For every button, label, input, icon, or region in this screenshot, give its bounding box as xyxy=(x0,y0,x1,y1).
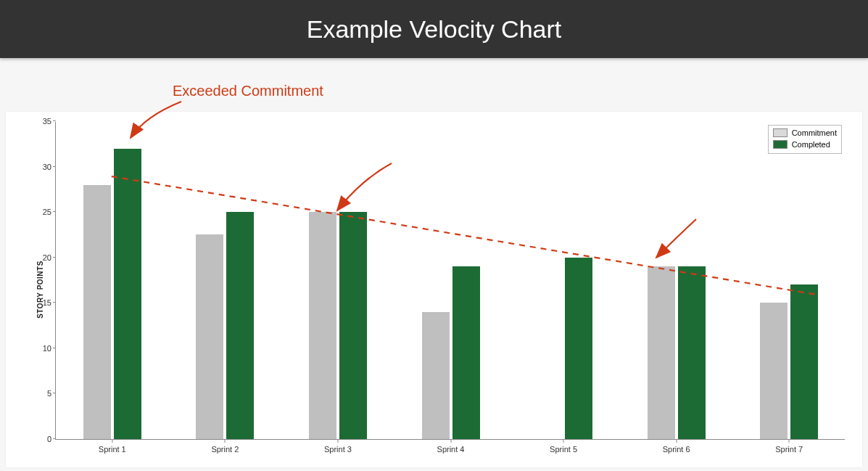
swatch-icon xyxy=(773,128,788,137)
page-header: Example Velocity Chart xyxy=(0,0,868,58)
chart-stage: Exceeded Commitment Met Commitment Dropp… xyxy=(0,58,868,471)
page-title: Example Velocity Chart xyxy=(307,15,562,44)
bars-layer xyxy=(56,122,845,439)
bar-commitment xyxy=(196,234,223,439)
bar-commitment xyxy=(422,312,450,439)
bar-commitment xyxy=(309,212,336,439)
plot-area: Commitment Completed 05101520253035Sprin… xyxy=(55,122,845,440)
y-tick-label: 25 xyxy=(43,208,56,216)
y-tick-label: 10 xyxy=(43,344,56,353)
bar-commitment xyxy=(760,303,788,439)
bar-completed xyxy=(339,212,367,439)
bar-completed xyxy=(790,284,818,439)
bar-completed xyxy=(678,266,706,439)
legend-item-commitment: Commitment xyxy=(773,127,837,139)
y-tick-label: 15 xyxy=(43,298,56,307)
bar-completed xyxy=(452,266,480,439)
legend-label: Commitment xyxy=(792,127,837,139)
y-tick-label: 35 xyxy=(43,117,56,126)
bar-completed xyxy=(565,258,592,439)
y-axis-label: STORY POINTS xyxy=(36,261,44,319)
y-tick-label: 5 xyxy=(47,389,56,398)
bar-commitment xyxy=(83,185,111,439)
legend-label: Completed xyxy=(792,139,830,150)
bar-completed xyxy=(226,212,254,439)
chart-panel: STORY POINTS Commitment Completed 051015… xyxy=(6,112,862,467)
legend-item-completed: Completed xyxy=(773,139,837,150)
swatch-icon xyxy=(773,140,788,149)
bar-commitment xyxy=(648,266,675,439)
annotation-exceeded: Exceeded Commitment xyxy=(173,83,323,99)
bar-completed xyxy=(114,149,141,439)
y-tick-label: 0 xyxy=(47,435,56,443)
legend: Commitment Completed xyxy=(768,125,842,154)
y-tick-label: 20 xyxy=(43,253,56,262)
y-tick-label: 30 xyxy=(43,163,56,171)
